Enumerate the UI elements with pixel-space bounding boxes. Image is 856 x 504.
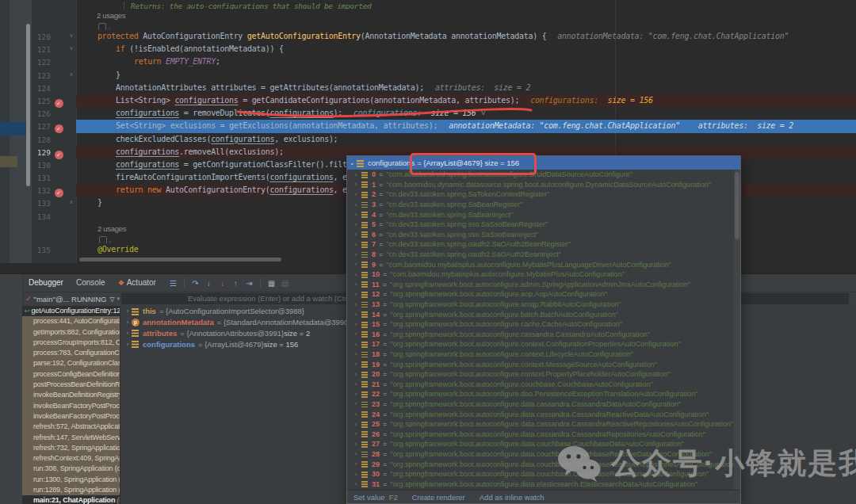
- chevron-right-icon[interactable]: ›: [352, 302, 360, 307]
- chevron-right-icon[interactable]: ›: [352, 361, 360, 367]
- popup-item-row[interactable]: ›9="com.baomidou.mybatisplus.autoconfigu…: [347, 259, 734, 269]
- filter-icon[interactable]: ▽: [109, 296, 114, 303]
- chevron-right-icon[interactable]: ›: [352, 411, 360, 417]
- popup-item-row[interactable]: ›3="cn.dev33.satoken.spring.SaBeanRegist…: [347, 200, 734, 210]
- frame-row[interactable]: run:308, SpringApplication (org: [22, 464, 120, 474]
- popup-item-row[interactable]: ›12="org.springframework.boot.autoconfig…: [347, 289, 734, 300]
- popup-item-row[interactable]: ›8="cn.dev33.satoken.spring.oauth2.SaOAu…: [347, 250, 734, 260]
- chevron-right-icon[interactable]: ›: [352, 372, 360, 377]
- popup-item-row[interactable]: ›6="cn.dev33.satoken.spring.sso.SaSsoBea…: [347, 230, 734, 240]
- chevron-right-icon[interactable]: ›: [352, 192, 360, 197]
- chevron-right-icon[interactable]: ›: [352, 311, 360, 317]
- frame-row[interactable]: run:1289, SpringApplication (or: [22, 485, 120, 495]
- chevron-right-icon[interactable]: ›: [352, 441, 360, 447]
- popup-item-row[interactable]: ›20="org.springframework.boot.autoconfig…: [347, 369, 734, 380]
- chevron-right-icon[interactable]: ›: [352, 401, 360, 407]
- chevron-right-icon[interactable]: ›: [352, 481, 360, 487]
- step-over-icon[interactable]: ↷: [189, 279, 201, 288]
- code-line-123[interactable]: 123∧}: [32, 69, 856, 82]
- chevron-right-icon[interactable]: ›: [352, 231, 360, 237]
- step-out-icon[interactable]: ↑: [230, 279, 242, 288]
- popup-item-row[interactable]: ›26="org.springframework.boot.autoconfig…: [347, 429, 734, 439]
- layout-icon[interactable]: ☰: [167, 279, 179, 288]
- frame-row[interactable]: process:783, ConfigurationClas: [22, 348, 120, 358]
- popup-item-row[interactable]: ›17="org.springframework.boot.autoconfig…: [347, 339, 734, 349]
- evaluate-expression-icon[interactable]: ▦: [266, 279, 277, 288]
- force-step-into-icon[interactable]: ↓: [216, 279, 228, 288]
- chevron-down-icon[interactable]: ▾: [117, 296, 120, 302]
- chevron-right-icon[interactable]: ›: [352, 202, 360, 208]
- popup-item-row[interactable]: ›24="org.springframework.boot.autoconfig…: [347, 409, 734, 419]
- set-value-action[interactable]: Set valueF2: [353, 493, 398, 502]
- fold-marker-icon[interactable]: ∧: [67, 197, 76, 209]
- fold-marker-icon[interactable]: ∨: [67, 30, 76, 43]
- popup-scrollbar-thumb[interactable]: [735, 172, 739, 239]
- chevron-right-icon[interactable]: ›: [352, 431, 360, 437]
- layout-settings-icon[interactable]: ▤: [279, 279, 291, 288]
- frame-row[interactable]: refresh:572, AbstractApplication: [22, 422, 120, 432]
- code-line-121[interactable]: 121∨if (!isEnabled(annotationMetadata)) …: [32, 43, 856, 55]
- frame-row[interactable]: refresh:147, ServletWebServerA: [22, 433, 120, 443]
- popup-item-row[interactable]: ›2="cn.dev33.satoken.spring.SaTokenConte…: [347, 189, 734, 200]
- left-strip-scrollbar[interactable]: [26, 24, 30, 186]
- frame-row[interactable]: invokeBeanFactoryPostProcesso: [22, 411, 120, 422]
- chevron-right-icon[interactable]: ›: [124, 330, 132, 337]
- frame-row[interactable]: invokeBeanDefinitionRegistryPo: [22, 390, 120, 400]
- step-into-icon[interactable]: ↓: [203, 279, 215, 288]
- chevron-right-icon[interactable]: ›: [352, 451, 360, 456]
- chevron-right-icon[interactable]: ›: [124, 341, 132, 348]
- chevron-right-icon[interactable]: ›: [352, 292, 360, 297]
- popup-item-row[interactable]: ›0="com.alibaba.druid.spring.boot.autoco…: [347, 170, 734, 180]
- chevron-right-icon[interactable]: ›: [352, 322, 360, 327]
- frame-row[interactable]: invokeBeanFactoryPostProcesso: [22, 401, 120, 411]
- frame-row[interactable]: processGroupImports:812, Con: [22, 338, 120, 348]
- popup-item-row[interactable]: ›19="org.springframework.boot.autoconfig…: [347, 359, 734, 369]
- frame-row[interactable]: parse:192, ConfigurationClassP: [22, 358, 120, 368]
- tab-actuator[interactable]: ❖Actuator: [112, 274, 162, 292]
- tab-console[interactable]: Console: [70, 274, 112, 292]
- popup-item-row[interactable]: ›16="org.springframework.boot.autoconfig…: [347, 330, 734, 340]
- popup-item-row[interactable]: ›5="cn.dev33.satoken.spring.sso.SaSsoBea…: [347, 220, 734, 230]
- editor-horizontal-scrollbar[interactable]: [79, 258, 281, 262]
- chevron-right-icon[interactable]: ›: [352, 351, 360, 357]
- popup-item-row[interactable]: ›14="org.springframework.boot.autoconfig…: [347, 309, 734, 319]
- popup-item-row[interactable]: ›4="cn.dev33.satoken.spring.SaBeanInject…: [347, 209, 734, 220]
- chevron-right-icon[interactable]: ›: [352, 331, 360, 337]
- frame-row[interactable]: refreshContext:409, SpringAppl: [22, 453, 120, 464]
- chevron-right-icon[interactable]: ›: [352, 242, 360, 247]
- frame-row[interactable]: processConfigBeanDefinitions:3: [22, 369, 120, 380]
- popup-item-row[interactable]: ›15="org.springframework.boot.autoconfig…: [347, 319, 734, 330]
- frame-row[interactable]: main:21, ChatApplication (com.: [22, 495, 120, 504]
- popup-scrollbar[interactable]: [734, 170, 740, 491]
- frame-row[interactable]: process:441, AutoConfiguration: [22, 316, 120, 326]
- chevron-right-icon[interactable]: ›: [352, 461, 360, 467]
- chevron-right-icon[interactable]: ›: [352, 281, 360, 287]
- chevron-right-icon[interactable]: ›: [352, 472, 360, 477]
- chevron-right-icon[interactable]: ›: [352, 381, 360, 387]
- popup-item-row[interactable]: ›13="org.springframework.boot.autoconfig…: [347, 300, 734, 310]
- chevron-down-icon[interactable]: ⌄: [347, 159, 357, 166]
- popup-item-row[interactable]: ›10="com.baomidou.mybatisplus.autoconfig…: [347, 269, 734, 280]
- popup-item-row[interactable]: ›25="org.springframework.boot.autoconfig…: [347, 419, 734, 430]
- chevron-right-icon[interactable]: ›: [352, 342, 360, 347]
- chevron-right-icon[interactable]: ›: [352, 272, 360, 277]
- code-line-127[interactable]: 127✓Set<String> exclusions = getExclusio…: [32, 120, 856, 132]
- add-inline-watch-action[interactable]: Add as inline watch: [480, 493, 545, 502]
- chevron-right-icon[interactable]: ›: [352, 181, 360, 187]
- chevron-right-icon[interactable]: ›: [352, 222, 360, 227]
- popup-item-row[interactable]: ›22="org.springframework.boot.autoconfig…: [347, 389, 734, 399]
- chevron-right-icon[interactable]: ›: [124, 307, 132, 315]
- chevron-right-icon[interactable]: ›: [352, 262, 360, 267]
- popup-item-row[interactable]: ›21="org.springframework.boot.autoconfig…: [347, 379, 734, 389]
- thread-selector[interactable]: ✓ "main"@... RUNNING ▽ ▾: [22, 292, 120, 305]
- popup-item-row[interactable]: ›1="com.baomidou.dynamic.datasource.spri…: [347, 180, 734, 190]
- popup-item-row[interactable]: ›11="org.springframework.boot.autoconfig…: [347, 280, 734, 290]
- code-line-125[interactable]: 125✓List<String> configurations = getCan…: [32, 94, 856, 107]
- code-line-124[interactable]: 124AnnotationAttributes attributes = get…: [32, 82, 856, 94]
- popup-item-row[interactable]: ›7="cn.dev33.satoken.spring.oauth2.SaOAu…: [347, 239, 734, 250]
- chevron-right-icon[interactable]: ›: [352, 172, 360, 178]
- frame-row[interactable]: ↩getAutoConfigurationEntry:127,: [22, 306, 120, 316]
- fold-marker-icon[interactable]: ∧: [67, 69, 76, 82]
- tab-debugger[interactable]: Debugger: [22, 274, 70, 292]
- chevron-right-icon[interactable]: ›: [352, 391, 360, 397]
